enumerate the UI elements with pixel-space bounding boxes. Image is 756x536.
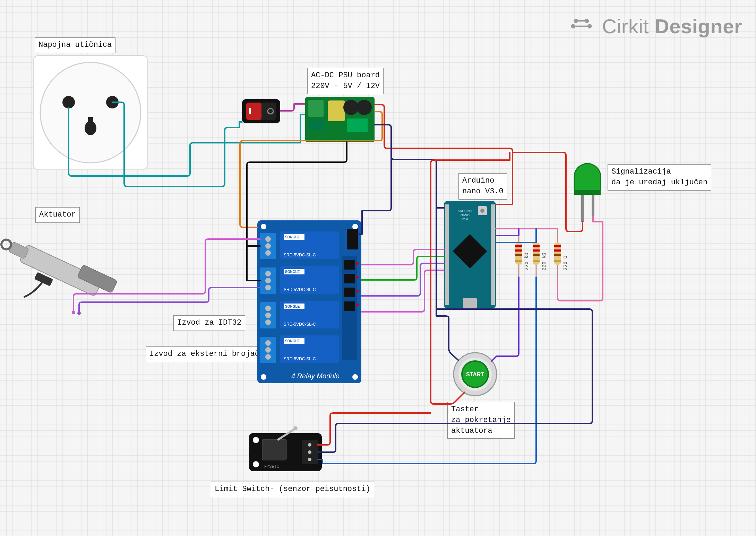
svg-point-59 [265, 250, 271, 256]
svg-rect-105 [554, 245, 561, 247]
wire-d3-in2 [361, 256, 444, 280]
svg-point-122 [293, 426, 298, 430]
wire-d5-in4 [361, 270, 444, 312]
svg-point-62 [265, 285, 271, 290]
svg-text:4 Relay Module: 4 Relay Module [291, 372, 340, 380]
svg-point-119 [253, 461, 259, 467]
svg-rect-108 [554, 260, 561, 262]
relay-module: SONGLE SRD-5VDC-SL-C SONGLE SRD-5VDC-SL-… [257, 220, 361, 383]
svg-point-68 [265, 354, 271, 360]
svg-rect-93 [515, 254, 522, 256]
svg-rect-70 [344, 260, 355, 270]
svg-rect-19 [308, 120, 324, 130]
svg-rect-110 [574, 190, 601, 195]
svg-rect-91 [515, 245, 522, 247]
led-indicator [574, 164, 601, 222]
svg-point-77 [356, 304, 359, 306]
svg-rect-71 [344, 274, 355, 283]
svg-point-33 [352, 224, 358, 229]
svg-rect-15 [249, 108, 251, 114]
svg-text:SONGLE: SONGLE [285, 339, 300, 343]
svg-point-65 [265, 319, 271, 325]
svg-point-125 [308, 443, 311, 447]
svg-point-129 [77, 311, 81, 315]
svg-rect-101 [533, 260, 540, 262]
svg-text:SONGLE: SONGLE [285, 235, 300, 239]
svg-point-67 [265, 347, 271, 353]
wire-limit-vcc [318, 413, 431, 445]
svg-rect-107 [554, 254, 561, 256]
limit-switch: FYSETC [249, 426, 322, 471]
svg-point-57 [265, 236, 271, 242]
svg-rect-120 [262, 439, 286, 460]
svg-point-58 [265, 243, 271, 249]
svg-point-66 [265, 340, 271, 346]
svg-rect-106 [554, 249, 561, 252]
svg-rect-80 [445, 204, 449, 305]
svg-text:SRD-5VDC-SL-C: SRD-5VDC-SL-C [284, 322, 316, 327]
svg-rect-73 [344, 301, 355, 311]
svg-rect-81 [491, 204, 495, 305]
resistor-3 [554, 229, 561, 277]
svg-point-60 [265, 271, 271, 276]
wire-5v-arduino [375, 105, 513, 204]
wire-switch-psu [280, 104, 300, 111]
svg-rect-100 [533, 254, 540, 256]
svg-point-8 [62, 96, 75, 108]
svg-point-74 [356, 262, 359, 265]
svg-text:SRD-5VDC-SL-C: SRD-5VDC-SL-C [284, 287, 316, 292]
svg-point-64 [265, 313, 271, 318]
svg-text:SRD-5VDC-SL-C: SRD-5VDC-SL-C [284, 253, 316, 257]
svg-text:ARDUINO: ARDUINO [458, 209, 472, 213]
rocker-switch [242, 99, 280, 123]
svg-rect-14 [246, 103, 261, 120]
svg-rect-23 [347, 118, 368, 132]
svg-point-35 [352, 374, 358, 380]
start-button: START [454, 353, 497, 396]
wire-led-gnd [513, 152, 583, 231]
svg-text:SONGLE: SONGLE [285, 270, 300, 274]
svg-point-22 [356, 100, 372, 115]
svg-point-34 [261, 374, 266, 380]
svg-rect-99 [533, 249, 540, 252]
svg-point-85 [480, 209, 484, 213]
svg-rect-83 [463, 298, 477, 308]
svg-point-126 [308, 450, 311, 454]
svg-text:START: START [466, 371, 484, 377]
svg-text:SRD-5VDC-SL-C: SRD-5VDC-SL-C [284, 357, 316, 361]
actuator [0, 230, 118, 330]
svg-rect-11 [88, 117, 93, 125]
svg-point-127 [308, 458, 311, 461]
svg-rect-20 [328, 100, 345, 121]
wire-relay-act2 [79, 288, 260, 313]
svg-text:NANO: NANO [461, 213, 470, 217]
svg-rect-98 [533, 245, 540, 247]
svg-rect-92 [515, 249, 522, 252]
svg-point-76 [356, 290, 359, 292]
wire-gnd-relay [358, 157, 391, 234]
svg-rect-18 [308, 100, 324, 117]
svg-text:FYSETC: FYSETC [264, 464, 279, 468]
svg-point-21 [343, 100, 359, 115]
wire-led-sig2 [558, 216, 603, 301]
svg-rect-36 [347, 229, 358, 249]
svg-rect-72 [344, 288, 355, 297]
svg-point-7 [40, 62, 141, 163]
svg-text:V3.0: V3.0 [462, 218, 468, 221]
arduino-nano: ARDUINO NANO V3.0 [444, 201, 496, 308]
svg-point-75 [356, 276, 359, 279]
svg-rect-94 [515, 260, 522, 262]
svg-point-63 [265, 306, 271, 311]
power-outlet [33, 55, 148, 170]
svg-point-118 [253, 437, 259, 443]
wire-start-sig [496, 229, 519, 236]
diagram-canvas: SONGLE SRD-5VDC-SL-C SONGLE SRD-5VDC-SL-… [0, 0, 756, 536]
svg-point-61 [265, 278, 271, 283]
svg-point-128 [72, 311, 75, 314]
psu-board [300, 97, 375, 142]
svg-point-32 [261, 224, 266, 229]
svg-text:SONGLE: SONGLE [285, 305, 300, 308]
